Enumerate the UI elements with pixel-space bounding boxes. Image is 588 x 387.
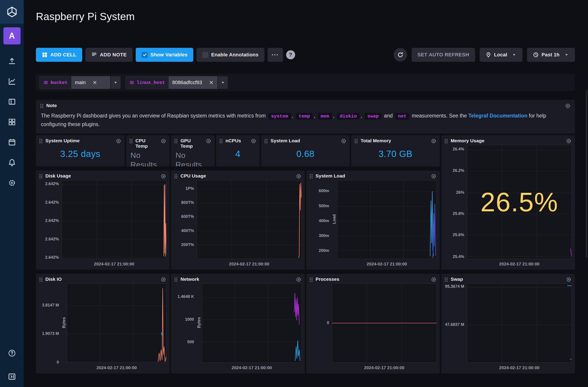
add-note-button[interactable]: ADD NOTE — [85, 48, 133, 62]
metric-tag: system — [268, 113, 291, 119]
show-variables-toggle[interactable]: Show Variables — [136, 48, 193, 62]
variable-caret-button[interactable] — [217, 76, 228, 89]
plot-area[interactable] — [62, 180, 167, 259]
cell-gpu-temp: GPU Temp No Results — [171, 135, 214, 166]
sidebar-item-notebooks[interactable] — [7, 97, 17, 106]
cell-title: CPU Temp — [135, 138, 158, 149]
enable-annotations-toggle[interactable]: Enable Annotations — [196, 48, 264, 62]
drag-handle-icon[interactable] — [444, 139, 448, 144]
drag-handle-icon[interactable] — [39, 277, 43, 282]
cell-settings-gear-icon[interactable] — [160, 276, 167, 283]
sidebar-item-tasks[interactable] — [7, 138, 17, 147]
sidebar-item-data-explorer[interactable] — [7, 77, 17, 86]
add-cell-button[interactable]: ADD CELL — [36, 48, 82, 62]
cell-title: System Load — [316, 173, 345, 179]
telegraf-documentation-link[interactable]: Telegraf Documentation — [468, 113, 527, 119]
y-tick-label: 600T% — [181, 214, 194, 219]
cell-settings-gear-icon[interactable] — [566, 138, 572, 144]
sidebar-item-settings[interactable] — [7, 178, 17, 187]
cell-settings-gear-icon[interactable] — [160, 138, 167, 144]
drag-handle-icon[interactable] — [219, 139, 223, 144]
sidebar-item-presentation-mode[interactable] — [7, 372, 17, 381]
cell-settings-gear-icon[interactable] — [295, 173, 302, 179]
dashboard-toolbar: ADD CELL ADD NOTE Show Variables Enable … — [36, 48, 575, 62]
drag-handle-icon[interactable] — [309, 174, 313, 179]
influxdata-logo[interactable] — [0, 0, 24, 24]
variable-value-dropdown[interactable]: 8086adfccf93 — [169, 76, 217, 89]
cell-settings-gear-icon[interactable] — [431, 276, 437, 283]
cell-settings-gear-icon[interactable] — [251, 138, 256, 144]
cell-settings-gear-icon[interactable] — [431, 173, 437, 179]
cell-settings-gear-icon[interactable] — [566, 276, 572, 283]
drag-handle-icon[interactable] — [129, 139, 133, 144]
cell-title: Note — [46, 103, 57, 108]
scrollbar-thumb[interactable] — [586, 90, 587, 258]
time-range-dropdown[interactable]: Past 1h — [527, 48, 575, 62]
metric-tag: mem — [318, 113, 332, 119]
drag-handle-icon[interactable] — [174, 139, 178, 144]
drag-handle-icon[interactable] — [39, 139, 43, 144]
y-tick-label: 95.3674 M — [445, 284, 464, 289]
y-axis-label: Load — [332, 214, 337, 224]
sidebar-item-alerts[interactable] — [7, 158, 17, 167]
cell-system-load-stat: System Load 0.68 — [261, 135, 350, 166]
cell-processes: Processes 02024-02-17 21:00:00 — [306, 274, 440, 373]
timezone-dropdown[interactable]: Local — [480, 48, 523, 62]
cell-settings-gear-icon[interactable] — [340, 138, 347, 144]
sidebar-item-dashboards[interactable] — [7, 117, 17, 127]
dashboard-title[interactable]: Raspberry Pi System — [36, 10, 575, 22]
clear-x-icon[interactable] — [92, 80, 97, 85]
cell-settings-gear-icon[interactable] — [565, 103, 571, 109]
cell-settings-gear-icon[interactable] — [295, 276, 302, 283]
variable-value-dropdown[interactable]: main — [71, 76, 110, 89]
drag-handle-icon[interactable] — [174, 174, 178, 179]
cell-settings-gear-icon[interactable] — [206, 138, 211, 144]
y-tick-label: 2.642% — [45, 237, 59, 242]
plot-area[interactable] — [467, 284, 572, 363]
cell-settings-gear-icon[interactable] — [431, 138, 437, 144]
dashboard-grid: System Uptime 3.25 days CPU Temp No Resu… — [36, 135, 575, 373]
note-text: The Raspberry Pi dashboard gives you an … — [41, 112, 571, 129]
note-text-segment: and — [382, 113, 394, 119]
drag-handle-icon[interactable] — [354, 139, 358, 144]
y-tick-label: 500m — [319, 203, 329, 208]
hamburger-icon — [43, 80, 48, 85]
plot-area[interactable]: 26.5% — [467, 145, 572, 259]
cell-settings-gear-icon[interactable] — [115, 138, 122, 144]
drag-handle-icon[interactable] — [444, 277, 448, 282]
cell-settings-gear-icon[interactable] — [160, 173, 167, 179]
drag-handle-icon[interactable] — [174, 277, 178, 282]
y-tick-label: 26.4% — [453, 147, 464, 152]
plot-area[interactable] — [332, 284, 437, 363]
variable-label-chip[interactable]: bucket — [40, 76, 71, 89]
plot-area[interactable] — [337, 180, 437, 259]
sidebar-nav: A — [0, 0, 24, 387]
plot-area[interactable] — [197, 180, 301, 259]
variable-label-chip[interactable]: linux_host — [126, 76, 169, 89]
variable-caret-button[interactable] — [110, 76, 121, 89]
more-options-button[interactable]: ··· — [268, 48, 283, 62]
cell-cpu-usage: CPU Usage 1P%800T%600T%400T%200T%2024-02… — [171, 171, 305, 270]
clear-x-icon[interactable] — [209, 80, 214, 85]
variable-name: linux_host — [137, 80, 165, 85]
ellipsis-icon: ··· — [272, 51, 279, 58]
drag-handle-icon[interactable] — [309, 277, 313, 282]
upload-icon — [8, 57, 16, 65]
y-tick-label: 600m — [319, 189, 329, 193]
question-mark-icon[interactable]: ? — [286, 50, 295, 59]
cell-title: nCPUs — [226, 138, 241, 143]
org-avatar[interactable]: A — [3, 27, 21, 44]
drag-handle-icon[interactable] — [40, 103, 43, 109]
plot-area[interactable] — [202, 284, 301, 363]
sidebar-item-help[interactable] — [7, 349, 17, 358]
sidebar-item-load-data[interactable] — [7, 57, 17, 66]
set-auto-refresh-button[interactable]: SET AUTO REFRESH — [412, 48, 475, 62]
drag-handle-icon[interactable] — [39, 174, 43, 179]
plot-area[interactable] — [67, 284, 167, 363]
cell-memory-usage: Memory Usage 26.4%26.2%26%25.8%25.6%25.4… — [441, 135, 575, 270]
refresh-button[interactable] — [394, 48, 407, 61]
graph-icon — [8, 77, 16, 85]
show-variables-label: Show Variables — [150, 52, 188, 58]
drag-handle-icon[interactable] — [264, 139, 268, 144]
variables-bar: bucket main linux_host 8086adfccf93 — [36, 74, 575, 91]
